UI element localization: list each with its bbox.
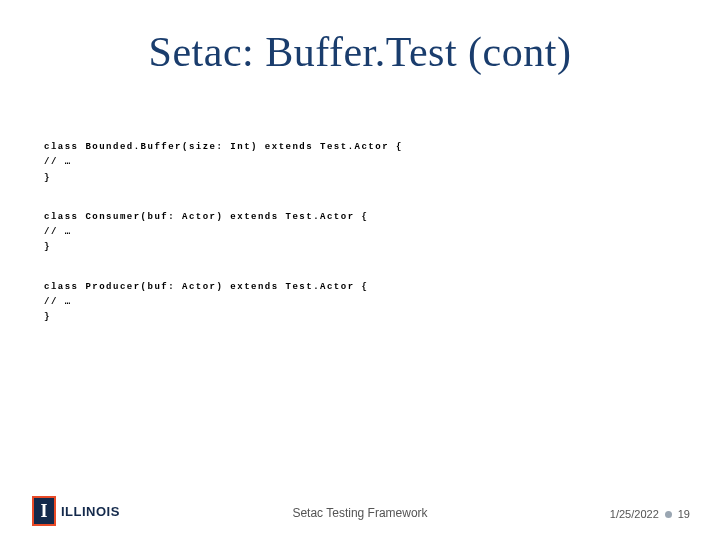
slide: Setac: Buffer.Test (cont) class Bounded.… xyxy=(0,0,720,540)
code-block-consumer: class Consumer(buf: Actor) extends Test.… xyxy=(44,210,664,256)
footer-right: 1/25/2022 19 xyxy=(610,508,690,520)
code-area: class Bounded.Buffer(size: Int) extends … xyxy=(44,140,664,350)
illinois-block-i-icon: I xyxy=(32,496,56,526)
footer: I ILLINOIS Setac Testing Framework 1/25/… xyxy=(0,496,720,526)
code-line: class Producer(buf: Actor) extends Test.… xyxy=(44,280,664,295)
code-block-producer: class Producer(buf: Actor) extends Test.… xyxy=(44,280,664,326)
code-line: } xyxy=(44,310,664,325)
slide-title: Setac: Buffer.Test (cont) xyxy=(0,0,720,76)
code-line: // … xyxy=(44,225,664,240)
block-i-glyph: I xyxy=(40,502,47,520)
footer-date: 1/25/2022 xyxy=(610,508,659,520)
code-line: } xyxy=(44,240,664,255)
bullet-icon xyxy=(665,511,672,518)
logo-text: ILLINOIS xyxy=(61,504,120,519)
code-line: class Consumer(buf: Actor) extends Test.… xyxy=(44,210,664,225)
illinois-logo: I ILLINOIS xyxy=(32,496,120,526)
code-line: // … xyxy=(44,155,664,170)
code-line: class Bounded.Buffer(size: Int) extends … xyxy=(44,140,664,155)
code-line: // … xyxy=(44,295,664,310)
footer-center-text: Setac Testing Framework xyxy=(292,506,427,520)
footer-page-number: 19 xyxy=(678,508,690,520)
code-block-bounded-buffer: class Bounded.Buffer(size: Int) extends … xyxy=(44,140,664,186)
code-line: } xyxy=(44,171,664,186)
